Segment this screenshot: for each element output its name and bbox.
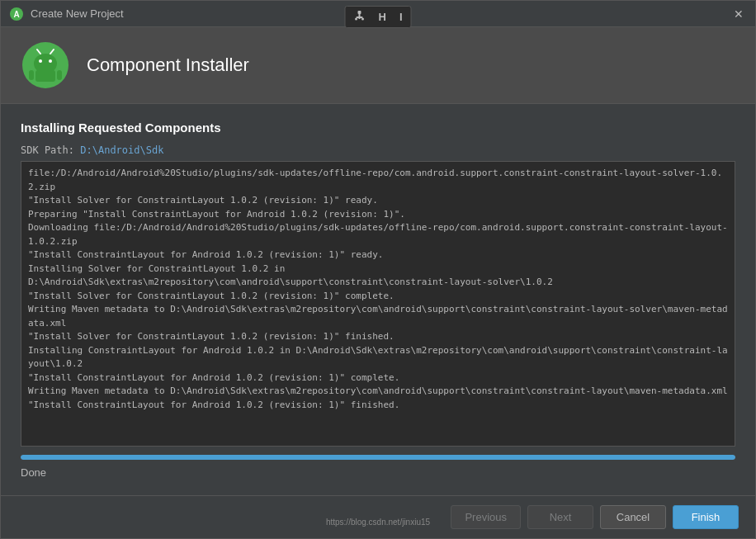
watermark: https://blog.csdn.net/jinxiu15 [326,518,430,527]
log-line: "Install ConstraintLayout for Android 1.… [28,399,728,413]
finish-button[interactable]: Finish [673,505,739,529]
log-line: Downloading file:/D:/Android/Android%20S… [28,221,728,248]
log-container[interactable]: file:/D:/Android/Android%20Studio/plugin… [21,161,735,447]
header-section: Component Installer [1,27,755,104]
title-bar: A Create New Project H I ✕ [1,1,755,27]
content-section: Installing Requested Components SDK Path… [1,104,755,495]
header-title: Component Installer [87,54,249,76]
done-text: Done [21,466,735,479]
svg-rect-13 [35,70,55,82]
svg-point-6 [361,18,364,21]
h-letter-icon[interactable]: H [375,9,389,25]
log-line: Installing ConstraintLayout for Android … [28,344,728,371]
sdk-path-line: SDK Path: D:\Android\Sdk [21,144,735,156]
app-icon: A [9,7,24,21]
log-line: "Install Solver for ConstraintLayout 1.0… [28,330,728,344]
log-line: Preparing "Install ConstraintLayout for … [28,208,728,222]
svg-rect-4 [356,17,362,18]
svg-point-5 [355,18,357,21]
usb-icon[interactable] [350,8,368,26]
log-line: Installing Solver for ConstraintLayout 1… [28,262,728,277]
log-line: file:/D:/Android/Android%20Studio/plugin… [28,167,728,194]
section-title: Installing Requested Components [21,121,735,135]
log-line: D:\Android\Sdk\extras\m2repository\com\a… [28,276,728,290]
log-line: "Install ConstraintLayout for Android 1.… [28,371,728,385]
sdk-path-label: SDK Path: [21,144,74,156]
next-button[interactable]: Next [527,505,593,529]
log-line: "Install Solver for ConstraintLayout 1.0… [28,194,728,208]
svg-point-9 [39,59,42,63]
i-letter-icon[interactable]: I [396,9,406,25]
title-bar-left: A Create New Project [9,7,124,21]
sdk-path-value: D:\Android\Sdk [80,144,163,156]
previous-button[interactable]: Previous [451,505,521,529]
dialog-title: Create New Project [31,7,124,20]
log-line: "Install ConstraintLayout for Android 1.… [28,248,728,262]
android-logo [21,40,70,90]
footer: Previous Next Cancel Finish [1,495,755,538]
log-line: Writing Maven metadata to D:\Android\Sdk… [28,385,728,399]
svg-point-10 [49,59,52,63]
log-line: Writing Maven metadata to D:\Android\Sdk… [28,303,728,330]
progress-bar-container [21,455,735,460]
svg-rect-14 [29,70,34,80]
svg-rect-15 [57,70,62,80]
progress-bar-fill [21,455,735,460]
log-line: "Install Solver for ConstraintLayout 1.0… [28,290,728,304]
close-button[interactable]: ✕ [730,6,747,22]
cancel-button[interactable]: Cancel [600,505,666,529]
svg-text:A: A [13,10,19,19]
toolbar-icons: H I [344,6,411,28]
dialog: A Create New Project H I ✕ [0,0,756,539]
svg-rect-2 [357,11,361,14]
